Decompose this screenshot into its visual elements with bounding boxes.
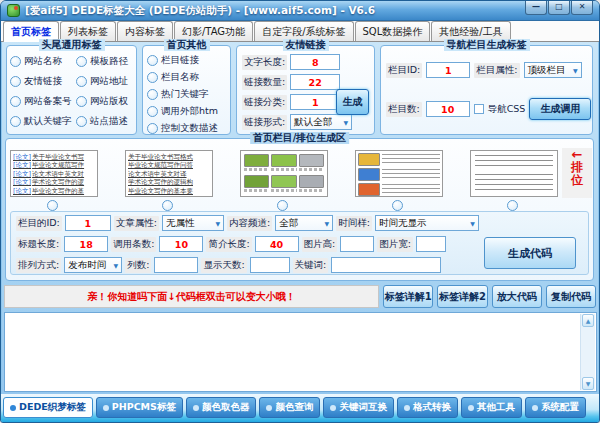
layout-style-radio[interactable] xyxy=(507,200,518,211)
action-button[interactable]: 复制代码 xyxy=(546,285,596,308)
intro-length-input[interactable]: 40 xyxy=(255,236,299,252)
call-count-input[interactable]: 10 xyxy=(159,236,203,252)
bottom-tab[interactable]: 颜色查询 xyxy=(259,397,320,418)
layout-preview-image-text[interactable] xyxy=(355,150,443,197)
chevron-down-icon: ▼ xyxy=(114,262,119,269)
column-id-input[interactable]: 1 xyxy=(65,215,111,231)
home-other-radio[interactable]: 调用外部htm xyxy=(147,105,230,118)
top-tab[interactable]: 其他经验/工具 xyxy=(431,21,510,41)
minimize-button[interactable]: — xyxy=(525,1,547,15)
scroll-up-icon[interactable]: ▲ xyxy=(582,314,594,327)
chevron-down-icon: ▼ xyxy=(470,220,475,227)
action-button[interactable]: 标签详解1 xyxy=(383,285,433,308)
preview-line: [论文]毕业论文规范写作 xyxy=(13,161,95,169)
group-friend-links: 友情链接 文字长度: 8 链接数量: 22 链接分类: 1 xyxy=(236,45,375,135)
generate-links-button[interactable]: 生成 xyxy=(336,89,369,115)
bottom-tab[interactable]: PHPCMS标签 xyxy=(96,397,183,418)
layout-preview-text-only[interactable] xyxy=(470,150,558,197)
bottom-tab[interactable]: 系统配置 xyxy=(525,397,586,418)
close-button[interactable]: ✕ xyxy=(571,1,593,15)
column-attr-label: 栏目属性: xyxy=(474,63,519,78)
preview-line: 毕业论文规范写作问答 xyxy=(128,161,210,169)
layout-style-radio[interactable] xyxy=(277,200,288,211)
order-select[interactable]: 发布时间 ▼ xyxy=(64,257,122,273)
action-button[interactable]: 放大代码 xyxy=(492,285,542,308)
radio-icon xyxy=(76,56,87,67)
radio-icon xyxy=(147,55,158,66)
title-length-input[interactable]: 18 xyxy=(64,236,108,252)
common-tag-radio[interactable]: 站点描述 xyxy=(76,115,134,128)
common-tag-radio[interactable]: 友情链接 xyxy=(10,75,76,88)
image-text-row xyxy=(358,153,440,166)
home-other-radio[interactable]: 热门关键字 xyxy=(147,88,230,101)
bottom-tab[interactable]: 颜色取色器 xyxy=(186,397,257,418)
action-button[interactable]: 标签详解2 xyxy=(437,285,487,308)
car-thumbnail xyxy=(299,175,324,194)
field-input[interactable]: 22 xyxy=(290,74,340,90)
code-output-textarea[interactable]: ▲ ▼ xyxy=(4,312,597,392)
group-home-generation: 首页栏目/排位生成区 [论文]关于毕业论文书写 [论文]毕业论文规范写作 [论文… xyxy=(5,138,594,281)
bottom-tab-bar: DEDE织梦标签 PHPCMS标签 颜色取色器 颜色查询 xyxy=(3,397,586,418)
friend-link-field: 链接数量: 22 xyxy=(242,74,374,90)
bottom-tab[interactable]: 其他工具 xyxy=(461,397,522,418)
text-paragraph xyxy=(475,155,553,169)
layout-preview-image-grid[interactable] xyxy=(240,150,328,197)
field-input[interactable]: 8 xyxy=(290,54,340,70)
group-home-other: 首页其他 栏目链接 栏目名称 热门关键字 xyxy=(142,45,231,135)
time-style-select[interactable]: 时间无显示 ▼ xyxy=(375,215,479,231)
keyword-input[interactable] xyxy=(331,257,441,273)
layout-preview-linklist-tagged[interactable]: [论文]关于毕业论文书写 [论文]毕业论文规范写作 [论文]论文术语中英文对 [… xyxy=(10,150,98,197)
bottom-tab[interactable]: DEDE织梦标签 xyxy=(3,397,93,418)
home-other-radio[interactable]: 控制文数描述 xyxy=(147,122,230,135)
common-tag-radio[interactable]: 网站地址 xyxy=(76,75,134,88)
common-tag-radio[interactable]: 网站备案号 xyxy=(10,95,76,108)
nav-css-checkbox[interactable] xyxy=(474,104,484,114)
column-attr-select[interactable]: 顶级栏目 ▼ xyxy=(524,62,582,78)
bullet-icon xyxy=(330,405,336,411)
common-tag-radio[interactable]: 模板路径 xyxy=(76,55,134,68)
top-tab[interactable]: SQL数据操作 xyxy=(355,21,431,41)
scroll-down-icon[interactable]: ▼ xyxy=(582,377,594,390)
layout-style-radio[interactable] xyxy=(47,200,58,211)
top-tab[interactable]: 内容标签 xyxy=(117,21,173,41)
top-tab[interactable]: 幻影/TAG功能 xyxy=(174,21,253,41)
common-tag-radio[interactable]: 网站名称 xyxy=(10,55,76,68)
channel-label: 内容频道: xyxy=(227,216,272,231)
column-id-input[interactable]: 1 xyxy=(426,62,470,78)
group-title: 首页栏目/排位生成区 xyxy=(250,132,350,144)
columns-input[interactable] xyxy=(154,257,198,273)
top-tab[interactable]: 列表标签 xyxy=(60,21,116,41)
layout-preview-linklist-plain[interactable]: 关于毕业论文书写格式毕业论文规范写作问答论文术语中英文对译学术论文写作的逻辑构毕… xyxy=(125,150,213,197)
bottom-tab[interactable]: 关键词互换 xyxy=(323,397,394,418)
generate-code-button[interactable]: 生成代码 xyxy=(484,237,576,269)
bottom-tab[interactable]: 格式转换 xyxy=(397,397,458,418)
image-text-row xyxy=(358,168,440,181)
maximize-button[interactable]: □ xyxy=(548,1,570,15)
group-title: 友情链接 xyxy=(283,39,329,51)
channel-select[interactable]: 全部 ▼ xyxy=(275,215,333,231)
image-height-input[interactable] xyxy=(340,236,374,252)
bullet-icon xyxy=(468,405,474,411)
layout-style-radio[interactable] xyxy=(162,200,173,211)
days-input[interactable] xyxy=(250,257,290,273)
image-width-input[interactable] xyxy=(416,236,446,252)
column-count-input[interactable]: 10 xyxy=(426,101,470,117)
group-title: 导航栏目生成标签 xyxy=(444,39,530,51)
action-button-row: 标签详解1标签详解2放大代码复制代码 xyxy=(383,285,596,308)
article-attr-select[interactable]: 无属性 ▼ xyxy=(162,215,224,231)
scrollbar[interactable]: ▲ ▼ xyxy=(580,314,595,390)
common-tag-radio[interactable]: 网站版权 xyxy=(76,95,134,108)
top-tab[interactable]: 自定字段/系统标签 xyxy=(254,21,353,41)
image-width-label: 图片宽: xyxy=(377,237,413,252)
article-attr-label: 文章属性: xyxy=(114,216,159,231)
home-other-radio[interactable]: 栏目链接 xyxy=(147,54,230,67)
link-form-select[interactable]: 默认全部 ▼ xyxy=(290,114,352,130)
rank-label: 排位 xyxy=(569,161,585,187)
field-input[interactable]: 1 xyxy=(290,94,340,110)
home-other-radio[interactable]: 栏目名称 xyxy=(147,71,230,84)
layout-style-radio[interactable] xyxy=(392,200,403,211)
generate-call-button[interactable]: 生成调用 xyxy=(529,98,591,120)
common-tag-radio[interactable]: 默认关键字 xyxy=(10,115,76,128)
field-label: 文字长度: xyxy=(242,55,287,70)
rank-indicator: ← 排位 xyxy=(562,148,592,198)
